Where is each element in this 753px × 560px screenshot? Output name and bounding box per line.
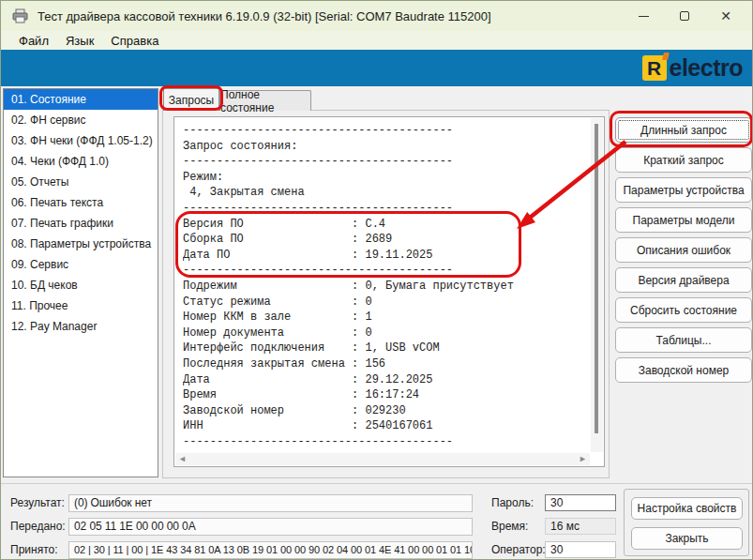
sidebar-item[interactable]: 01. Состояние [4,89,158,110]
title-bar: Тест драйвера кассовой техники 6.19.0.9 … [1,1,752,31]
properties-button[interactable]: Настройка свойств [631,497,743,520]
logo-text: electro [670,54,743,82]
terminal-line: 4, Закрытая смена [183,185,589,201]
terminal-line: Номер документа : 0 [183,325,589,341]
terminal-line: Время : 16:17:24 [183,387,589,403]
password-input[interactable]: 30 [545,494,616,511]
result-field[interactable]: (0) Ошибок нет [68,494,473,512]
time-label: Время: [491,520,528,533]
action-button[interactable]: Краткий запрос [615,147,752,173]
minimize-icon [639,16,649,17]
action-button[interactable]: Параметры устройства [615,177,752,203]
terminal-line: ---------------------------------------- [183,263,589,279]
action-button[interactable]: Длинный запрос [615,117,752,143]
terminal-line: ---------------------------------------- [183,434,589,450]
horizontal-scrollbar[interactable]: ◄ ► [175,453,590,465]
sidebar-item[interactable]: 03. ФН чеки (ФФД 1.05-1.2) [4,130,158,151]
received-label: Принято: [10,543,58,556]
main-area: 01. Состояние02. ФН сервис03. ФН чеки (Ф… [1,86,752,483]
sidebar-item[interactable]: 05. Отчеты [4,172,158,192]
received-field[interactable]: 02 | 30 | 11 | 00 | 1E 43 34 81 0A 13 0B… [68,541,473,559]
action-button[interactable]: Заводской номер [615,357,752,383]
status-output-panel[interactable]: ----------------------------------------… [173,116,605,467]
minimize-button[interactable] [623,2,664,30]
sidebar-item[interactable]: 10. БД чеков [4,275,158,295]
sidebar-item[interactable]: 09. Сервис [4,254,158,275]
terminal-line: ИНН : 2540167061 [183,418,589,434]
vertical-scrollbar-thumb[interactable] [595,124,598,433]
action-button[interactable]: Описания ошибок [615,237,752,263]
sidebar-item[interactable]: 08. Параметры устройства [4,234,158,254]
password-label: Пароль: [491,496,534,509]
tab-requests[interactable]: Запросы [163,88,219,111]
terminal-line: Сборка ПО : 2689 [183,232,589,248]
menu-bar: ФайлЯзыкСправка [1,31,752,50]
operator-input[interactable]: 30 [545,541,616,558]
action-button[interactable]: Версия драйвера [615,267,752,293]
vertical-scrollbar[interactable] [591,118,603,452]
app-window: Тест драйвера кассовой техники 6.19.0.9 … [0,0,753,560]
scroll-left-icon[interactable]: ◄ [178,455,187,463]
logo-mark [662,53,670,60]
terminal-line: Подрежим : 0, Бумага присутствует [183,279,589,295]
terminal-line: ---------------------------------------- [183,154,589,170]
logo-r-box: R [642,55,667,81]
sent-field[interactable]: 02 05 11 1E 00 00 00 0A [68,518,473,536]
terminal-line: Версия ПО : C.4 [183,217,589,233]
close-app-button[interactable]: Закрыть [631,527,743,550]
status-panel: Результат: (0) Ошибок нет Передано: 02 0… [1,483,752,560]
terminal-line: Заводской номер : 029230 [183,403,589,419]
sidebar-item[interactable]: 07. Печать графики [4,213,158,234]
relectro-logo: R electro [642,54,743,82]
sidebar-item[interactable]: 11. Прочее [4,295,158,316]
menu-item[interactable]: Справка [102,34,167,48]
action-button[interactable]: Параметры модели [615,207,752,233]
action-button[interactable]: Таблицы... [615,327,752,353]
terminal-line: Статус режима : 0 [183,295,589,310]
operator-label: Оператор: [491,543,546,556]
sidebar-item[interactable]: 12. Pay Manager [4,316,158,337]
brand-band: R electro [1,50,752,86]
terminal-line: ---------------------------------------- [183,201,589,217]
close-icon: ✕ [720,9,731,23]
terminal-line: Режим: [183,170,589,186]
window-title: Тест драйвера кассовой техники 6.19.0.9 … [38,9,491,23]
terminal-line: Дата : 29.12.2025 [183,372,589,388]
terminal-line: Интерфейс подключения : 1, USB vCOM [183,341,589,356]
terminal-line: ---------------------------------------- [183,123,589,139]
result-label: Результат: [10,496,65,509]
menu-item[interactable]: Файл [10,34,57,48]
close-button[interactable]: ✕ [705,2,746,30]
menu-item[interactable]: Язык [57,34,102,48]
terminal-line: Последняя закрытая смена : 156 [183,356,589,372]
sidebar-item[interactable]: 06. Печать текста [4,192,158,213]
status-output-text: ----------------------------------------… [183,123,589,452]
maximize-icon [680,11,689,21]
sidebar-item[interactable]: 04. Чеки (ФФД 1.0) [4,151,158,172]
terminal-line: Дата ПО : 19.11.2025 [183,248,589,264]
printer-icon [12,8,29,23]
terminal-line: Запрос состояния: [183,139,589,155]
section-list: 01. Состояние02. ФН сервис03. ФН чеки (Ф… [3,88,158,477]
action-button[interactable]: Сбросить состояние [615,297,752,323]
terminal-line: Номер ККМ в зале : 1 [183,310,589,325]
tab-full-state[interactable]: Полное состояние [219,90,311,111]
sidebar-item[interactable]: 02. ФН сервис [4,110,158,130]
sent-label: Передано: [10,520,66,533]
time-field: 16 мс [545,518,616,535]
scroll-right-icon[interactable]: ► [579,455,587,463]
bottom-button-group: Настройка свойств Закрыть [624,489,749,556]
maximize-button[interactable] [664,2,705,30]
